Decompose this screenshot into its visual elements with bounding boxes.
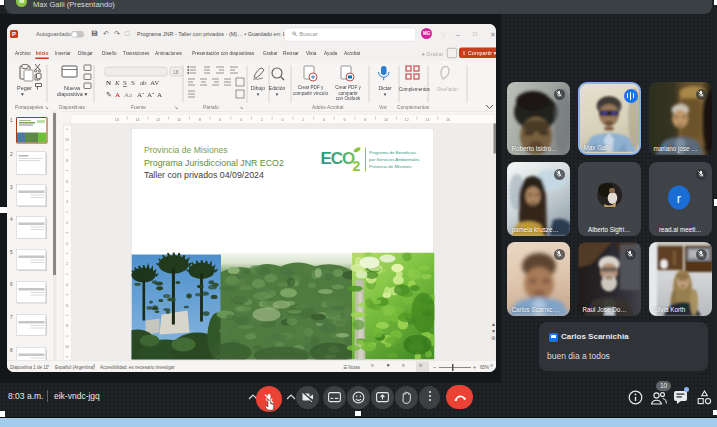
svg-text:12: 12 <box>156 117 160 121</box>
svg-text:AV: AV <box>150 79 159 87</box>
svg-text:A: A <box>115 90 120 98</box>
svg-text:2: 2 <box>66 220 68 224</box>
svg-text:Aˆ: Aˆ <box>137 90 145 98</box>
svg-text:10: 10 <box>65 345 69 349</box>
svg-text:8: 8 <box>199 117 201 121</box>
svg-text:4: 4 <box>323 117 325 121</box>
svg-text:10: 10 <box>384 117 388 121</box>
svg-text:4: 4 <box>240 117 242 121</box>
svg-text:8: 8 <box>66 158 68 162</box>
svg-text:8: 8 <box>364 117 366 121</box>
svg-text:16: 16 <box>446 117 450 121</box>
svg-text:14: 14 <box>135 117 139 121</box>
svg-text:K: K <box>114 79 120 87</box>
svg-text:r: r <box>676 190 681 205</box>
svg-text:0: 0 <box>66 241 68 245</box>
svg-text:Aa: Aa <box>124 90 133 98</box>
svg-text:por Servicios Ambientales: por Servicios Ambientales <box>369 156 420 161</box>
svg-text:2: 2 <box>66 262 68 266</box>
svg-text:S: S <box>123 79 127 87</box>
svg-text:ECO: ECO <box>321 148 356 167</box>
svg-text:10: 10 <box>177 117 181 121</box>
svg-text:Provincia de Misiones: Provincia de Misiones <box>369 163 413 168</box>
svg-text:✎: ✎ <box>106 90 112 98</box>
svg-text:A: A <box>157 90 162 98</box>
svg-text:18: 18 <box>173 68 179 74</box>
svg-text:ab: ab <box>140 79 147 87</box>
svg-text:8: 8 <box>66 324 68 328</box>
svg-text:14: 14 <box>425 117 429 121</box>
svg-text:2: 2 <box>353 157 361 173</box>
svg-text:2: 2 <box>302 117 304 121</box>
svg-text:6: 6 <box>344 117 346 121</box>
svg-text:2: 2 <box>261 117 263 121</box>
svg-text:N: N <box>106 79 111 87</box>
svg-text:0: 0 <box>281 117 283 121</box>
svg-text:6: 6 <box>66 179 68 183</box>
svg-text:Aˇ: Aˇ <box>147 90 155 98</box>
svg-text:Programa de Beneficios: Programa de Beneficios <box>369 149 417 154</box>
svg-text:16: 16 <box>115 117 119 121</box>
svg-text:6: 6 <box>66 303 68 307</box>
svg-text:10: 10 <box>65 138 69 142</box>
svg-text:4: 4 <box>66 283 68 287</box>
svg-text:4: 4 <box>66 200 68 204</box>
svg-text:12: 12 <box>405 117 409 121</box>
svg-text:6: 6 <box>219 117 221 121</box>
svg-text:S: S <box>131 79 135 87</box>
